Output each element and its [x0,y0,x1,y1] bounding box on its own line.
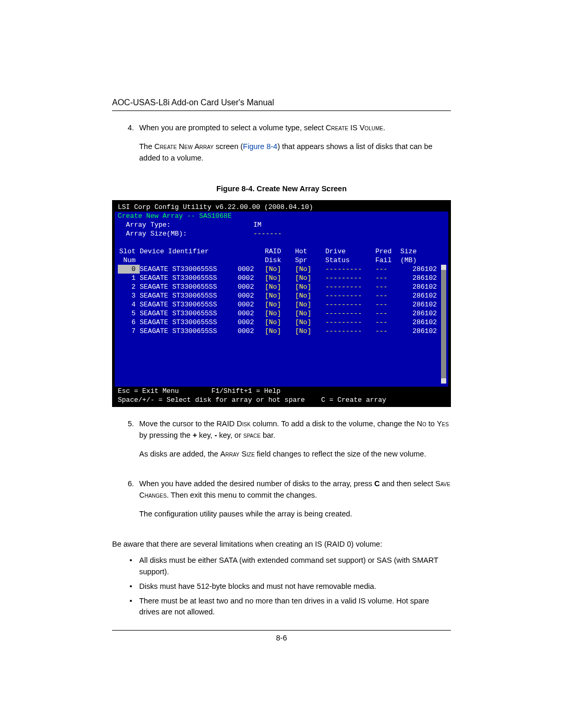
body: 4. When you are prompted to select a vol… [112,122,451,618]
page-footer: 8-6 [112,626,451,642]
label: Array Size(MB): [126,230,187,238]
bios-title-right: v6.22.00.00 (2008.04.10) [215,203,313,211]
label: Array Type: [126,221,171,229]
step-body: When you have added the desired number o… [139,478,451,527]
col: Hot [295,247,325,256]
cell-pred: --- [375,265,400,274]
value: ------- [253,229,282,238]
bold: + [192,431,197,439]
cell-device: SEAGATE ST3300655SS [140,274,238,282]
bios-data-row: 7SEAGATE ST3300655SS0002[No][No]--------… [118,327,445,336]
text: key, [197,431,215,439]
cell-pred: --- [375,291,400,300]
cell-drive: --------- [325,327,375,336]
step-number: 6. [112,478,139,527]
cell-fw: 0002 [238,327,265,336]
text: bar. [261,431,275,439]
col: Drive [325,247,375,256]
cell-fw: 0002 [238,318,265,327]
step-6: 6. When you have added the desired numbe… [112,478,451,527]
bios-table: Slot Device Identifier RAID Hot Drive Pr… [115,247,448,336]
col: Disk [265,256,295,265]
cell-hot: [No] [295,282,325,291]
cell-size: 286102 [400,274,437,282]
cell-raid: [No] [265,318,295,327]
cell-raid: [No] [265,274,295,282]
text: by pressing the [139,431,192,439]
bullet-1: • All disks must be either SATA (with ex… [112,555,451,578]
bios-footer-1: Esc = Exit Menu F1/Shift+1 = Help [115,387,448,396]
text: As disks are added, the [139,450,221,458]
step-4: 4. When you are prompted to select a vol… [112,122,451,171]
cell-size: 286102 [400,265,437,274]
manual-page: AOC-USAS-L8i Add-on Card User's Manual 4… [0,0,563,728]
cell-slot: 6 [118,318,140,327]
cell-raid: [No] [265,265,295,274]
cell-drive: --------- [325,300,375,309]
text: The configuration utility pauses while t… [139,509,451,520]
bios-body: Create New Array -- SAS1068E Array Type:… [115,212,448,404]
cell-size: 286102 [400,318,437,327]
bios-data-row: 5SEAGATE ST3300655SS0002[No][No]--------… [118,309,445,318]
cell-drive: --------- [325,318,375,327]
text: screen ( [214,142,243,151]
cell-raid: [No] [265,300,295,309]
cell-slot: 4 [118,300,140,309]
cell-slot: 1 [118,274,140,282]
bios-header-row2: Num Disk Spr Status Fail (MB) [118,256,445,265]
col: Pred [375,247,400,256]
cell-device: SEAGATE ST3300655SS [140,282,238,291]
cell-pred: --- [375,300,400,309]
cell-hot: [No] [295,265,325,274]
bios-data-row: 3SEAGATE ST3300655SS0002[No][No]--------… [118,291,445,300]
step-body: Move the cursor to the RAID Disk column.… [139,418,451,467]
bullet-dot: • [112,596,139,619]
bios-data-row: 4SEAGATE ST3300655SS0002[No][No]--------… [118,300,445,309]
cell-hot: [No] [295,291,325,300]
cell-raid: [No] [265,282,295,291]
text: When you have added the desired number o… [139,479,374,488]
cell-raid: [No] [265,309,295,318]
text: Move the cursor to the [139,419,216,428]
cell-slot: 7 [118,327,140,336]
limits-intro: Be aware that there are several limitati… [112,539,451,550]
bullet-dot: • [112,555,139,578]
text: The [139,142,154,151]
col: Device Identifier [140,247,238,256]
col: Size [400,247,437,256]
cell-device: SEAGATE ST3300655SS [140,300,238,309]
value: IM [253,220,262,229]
cell-hot: [No] [295,274,325,282]
cell-device: SEAGATE ST3300655SS [140,318,238,327]
smallcaps: RAID Disk [216,419,250,428]
bios-header-row1: Slot Device Identifier RAID Hot Drive Pr… [118,247,445,256]
bios-data-row: 1SEAGATE ST3300655SS0002[No][No]--------… [118,274,445,282]
figure-caption: Figure 8-4. Create New Array Screen [112,183,451,195]
smallcaps: Array Size [221,450,255,458]
bios-data-row: 0SEAGATE ST3300655SS0002[No][No]--------… [118,265,445,274]
cell-device: SEAGATE ST3300655SS [140,327,238,336]
header-rule [112,110,451,111]
smallcaps: No [417,419,426,428]
cell-device: SEAGATE ST3300655SS [140,265,238,274]
cell-hot: [No] [295,300,325,309]
cell-hot: [No] [295,318,325,327]
figure-link[interactable]: Figure 8-4 [243,142,277,151]
col: Fail [375,256,400,265]
bios-subtitle: Create New Array -- SAS1068E [115,212,448,220]
cell-size: 286102 [400,309,437,318]
footer-rule [112,630,451,631]
page-number: 8-6 [112,634,451,642]
bios-title-bar: LSI Corp Config Utility v6.22.00.00 (200… [115,203,448,212]
cell-raid: [No] [265,327,295,336]
col: Slot [118,247,140,256]
bullet-text: All disks must be either SATA (with exte… [139,555,451,578]
bullet-dot: • [112,581,139,593]
cell-fw: 0002 [238,274,265,282]
cell-size: 286102 [400,291,437,300]
bios-data-row: 2SEAGATE ST3300655SS0002[No][No]--------… [118,282,445,291]
cell-size: 286102 [400,300,437,309]
bullet-2: • Disks must have 512-byte blocks and mu… [112,581,451,593]
bullet-3: • There must be at least two and no more… [112,596,451,619]
text: column. To add a disk to the volume, cha… [251,419,417,428]
